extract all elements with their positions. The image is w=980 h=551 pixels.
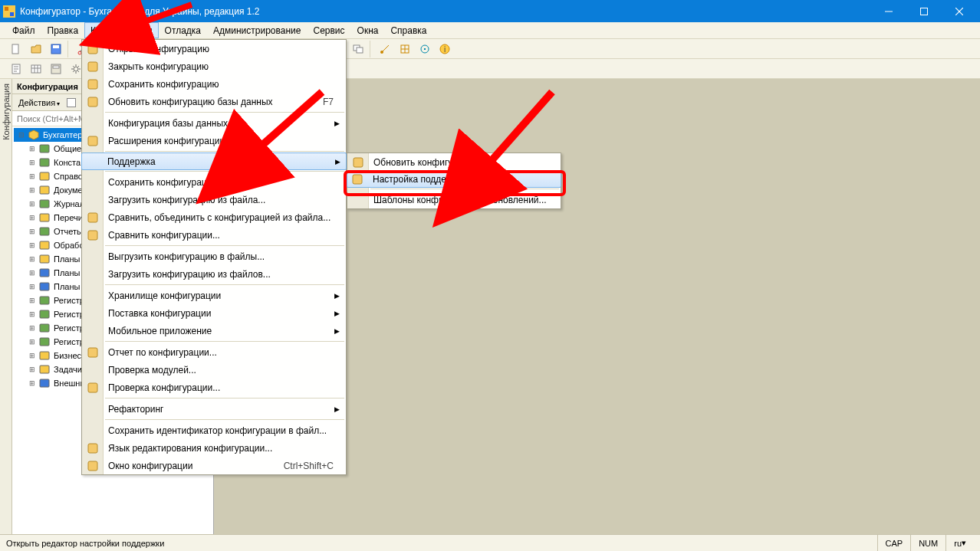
tb-new-icon[interactable] <box>8 41 25 57</box>
menu-item[interactable]: Загрузить конфигурацию из файла... <box>82 191 346 208</box>
svg-rect-36 <box>40 214 49 221</box>
status-lang[interactable]: ru ▾ <box>945 535 974 551</box>
menu-item[interactable]: Шаблоны конфигураций и обновлений... <box>347 191 561 208</box>
menu-item[interactable]: Язык редактирования конфигурации... <box>82 439 346 457</box>
tb-help-icon[interactable]: i <box>436 41 453 57</box>
tree-item-icon <box>38 308 51 320</box>
tb-tool2-icon[interactable] <box>396 41 413 57</box>
submenu-arrow-icon: ▶ <box>334 120 340 127</box>
svg-rect-37 <box>40 228 49 235</box>
menu-item[interactable]: Поставка конфигурации▶ <box>82 304 346 322</box>
svg-rect-53 <box>88 136 97 146</box>
menu-item-label: Настройка поддержки... <box>373 174 475 185</box>
save-config-icon <box>87 78 99 90</box>
blank-icon <box>87 194 99 206</box>
menu-item[interactable]: Обновить конфигурацию... <box>347 153 561 171</box>
menu-help[interactable]: Справка <box>384 22 432 38</box>
menu-item[interactable]: Сохранить идентификатор конфигурации в ф… <box>82 421 346 439</box>
menu-admin[interactable]: Администрирование <box>207 22 307 38</box>
title-bar: Конфигуратор - Бухгалтерия для Украины, … <box>0 0 980 22</box>
blank-icon <box>352 194 364 206</box>
svg-rect-1 <box>5 7 8 11</box>
tree-item-label: Общие <box>54 144 81 153</box>
tree-item-icon <box>38 184 51 196</box>
menu-edit[interactable]: Правка <box>41 22 85 38</box>
blank-icon <box>87 403 99 415</box>
tb2-table-icon[interactable] <box>28 61 44 77</box>
menu-item[interactable]: Сравнить, объединить с конфигурацией из … <box>82 208 346 226</box>
svg-rect-42 <box>40 297 49 304</box>
vertical-tab[interactable]: Конфигурация <box>0 79 12 534</box>
menu-item-label: Закрыть конфигурацию <box>108 61 209 72</box>
menu-item[interactable]: Сохранить конфигурацию <box>82 75 346 93</box>
menu-item[interactable]: Окно конфигурацииCtrl+Shift+C <box>82 457 346 474</box>
menu-item[interactable]: Мобильное приложение▶ <box>82 322 346 339</box>
menu-item[interactable]: Проверка модулей... <box>82 361 346 379</box>
cube-icon <box>28 129 40 141</box>
tb-windows-icon[interactable] <box>350 41 367 57</box>
menu-item-label: Сравнить конфигурации... <box>108 230 220 241</box>
refresh-icon <box>352 156 364 169</box>
tree-item-label: Отчеты <box>54 227 83 236</box>
svg-rect-23 <box>424 48 426 50</box>
menu-item[interactable]: Обновить конфигурацию базы данныхF7 <box>82 93 346 110</box>
menu-item[interactable]: Рефакторинг▶ <box>82 400 346 418</box>
menu-item[interactable]: Настройка поддержки... <box>347 170 561 188</box>
svg-rect-38 <box>40 241 49 249</box>
menu-item[interactable]: Проверка конфигурации... <box>82 379 346 396</box>
svg-rect-9 <box>53 45 59 48</box>
menu-item[interactable]: Сохранить конфигурацию в файл... <box>82 173 346 191</box>
menu-item[interactable]: Расширения конфигурации <box>82 132 346 149</box>
maximize-button[interactable] <box>906 0 942 22</box>
tree-item-icon <box>38 239 51 251</box>
svg-rect-4 <box>921 8 928 15</box>
menu-item[interactable]: Поддержка▶ <box>81 153 347 170</box>
svg-point-20 <box>380 51 383 54</box>
svg-rect-2 <box>10 12 14 16</box>
menu-service[interactable]: Сервис <box>307 22 350 38</box>
svg-rect-58 <box>88 444 97 453</box>
svg-rect-43 <box>40 310 49 318</box>
svg-rect-31 <box>40 145 49 153</box>
menu-windows[interactable]: Окна <box>351 22 385 38</box>
svg-text:i: i <box>444 45 446 54</box>
svg-rect-29 <box>53 66 59 68</box>
compare-merge-icon <box>87 212 99 224</box>
tb2-doc-icon[interactable] <box>8 61 25 77</box>
tb2-form-icon[interactable] <box>48 61 64 77</box>
support-settings-icon <box>351 173 363 185</box>
tb-tool1-icon[interactable] <box>377 41 393 57</box>
tree-item-icon <box>38 349 51 362</box>
panel-tool1-icon[interactable] <box>64 96 78 110</box>
svg-rect-52 <box>88 97 97 107</box>
menu-item[interactable]: Конфигурация базы данных▶ <box>82 114 346 132</box>
menu-item[interactable]: Загрузить конфигурацию из файлов... <box>82 265 346 283</box>
submenu-arrow-icon: ▶ <box>335 158 340 166</box>
menu-item-label: Поставка конфигурации <box>108 308 211 319</box>
menu-item-label: Сравнить, объединить с конфигурацией из … <box>108 212 331 223</box>
menu-debug[interactable]: Отладка <box>159 22 207 38</box>
menu-item[interactable]: Закрыть конфигурацию <box>82 57 346 75</box>
tree-item-icon <box>38 267 51 279</box>
submenu-arrow-icon: ▶ <box>334 310 340 317</box>
blank-icon <box>87 251 99 263</box>
tb-save-icon[interactable] <box>48 41 64 57</box>
menu-item[interactable]: Сравнить конфигурации... <box>82 226 346 244</box>
svg-rect-46 <box>40 352 49 359</box>
svg-rect-56 <box>88 348 97 357</box>
tb-tool3-icon[interactable] <box>416 41 433 57</box>
blank-icon <box>87 176 99 189</box>
menu-item[interactable]: Отчет по конфигурации... <box>82 343 346 361</box>
svg-rect-57 <box>88 383 97 392</box>
close-button[interactable] <box>942 0 977 22</box>
actions-dropdown[interactable]: Действия <box>15 98 63 107</box>
menu-configuration[interactable]: Конфигурация <box>84 22 159 38</box>
menu-file[interactable]: Файл <box>6 22 41 38</box>
tree-item-icon <box>38 170 51 182</box>
menu-item[interactable]: Открыть конфигурацию <box>82 40 346 57</box>
menu-item[interactable]: Выгрузить конфигурацию в файлы... <box>82 248 346 265</box>
menu-item-label: Отчет по конфигурации... <box>108 347 217 358</box>
menu-item[interactable]: Хранилище конфигурации▶ <box>82 287 346 304</box>
minimize-button[interactable] <box>871 0 906 22</box>
tb-open-icon[interactable] <box>28 41 44 57</box>
